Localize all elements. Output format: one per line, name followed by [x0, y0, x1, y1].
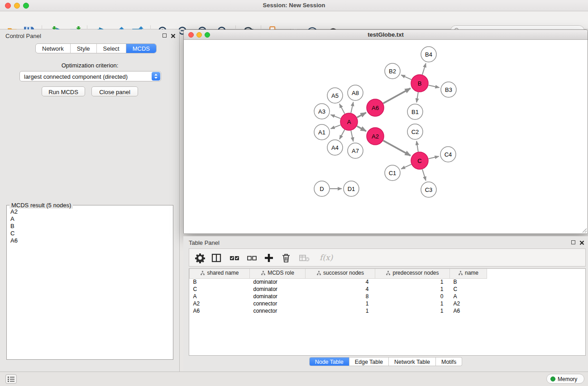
graph-node-B2[interactable]: B2 [385, 63, 400, 79]
memory-button[interactable]: Memory [546, 374, 584, 384]
graph-node-B3[interactable]: B3 [441, 82, 456, 97]
graph-edge-A2-C[interactable] [383, 141, 411, 156]
function-icon[interactable]: f(x) [320, 253, 333, 262]
graph-node-B4[interactable]: B4 [421, 47, 436, 62]
graph-edge-C-C4[interactable] [429, 157, 439, 159]
table-cell[interactable]: dominator [250, 293, 306, 300]
tab-mcds[interactable]: MCDS [126, 44, 156, 53]
add-icon[interactable] [263, 253, 274, 263]
graph-node-C4[interactable]: C4 [440, 147, 456, 162]
graph-node-A6[interactable]: A6 [367, 99, 384, 116]
columns-icon[interactable] [211, 253, 222, 263]
network-canvas[interactable]: B4B2BB3A5A8A6B1A3AC2A1A2A4A7CC4C1C3DD1 [184, 40, 588, 234]
optimization-dropdown[interactable]: largest connected component (directed) [19, 71, 161, 81]
table-cell[interactable]: 1 [306, 307, 375, 315]
task-list-button[interactable] [5, 374, 17, 384]
graph-node-A3[interactable]: A3 [314, 104, 330, 119]
graph-edge-A-A2[interactable] [357, 126, 366, 131]
table-row[interactable]: Bdominator41B [190, 278, 586, 286]
graph-edge-C-C2[interactable] [416, 141, 418, 152]
graph-edge-B-B1[interactable] [416, 92, 418, 103]
graph-node-A8[interactable]: A8 [348, 85, 363, 100]
table-cell[interactable]: connector [250, 300, 306, 307]
graph-node-A5[interactable]: A5 [327, 88, 343, 103]
graph-edge-A-A4[interactable] [339, 130, 344, 139]
tab-network[interactable]: Network [36, 44, 71, 53]
graph-edge-C-C3[interactable] [422, 169, 426, 181]
column-header[interactable]: name [450, 269, 487, 278]
table-row[interactable]: Adominator80A [190, 293, 586, 300]
table-cell[interactable]: B [450, 278, 487, 286]
graph-edge-A-A3[interactable] [331, 115, 341, 119]
result-item[interactable]: A6 [8, 237, 172, 244]
table-cell[interactable]: A6 [190, 307, 250, 315]
select-all-icon[interactable] [229, 253, 240, 263]
graph-edge-B-B3[interactable] [429, 85, 440, 87]
resize-grip[interactable] [581, 227, 587, 233]
table-cell[interactable]: 1 [375, 286, 450, 293]
table-cell[interactable]: A2 [190, 300, 250, 307]
graph-node-B1[interactable]: B1 [407, 104, 423, 119]
graph-node-C[interactable]: C [411, 152, 428, 169]
table-cell[interactable]: 1 [375, 307, 450, 315]
table-cell[interactable]: dominator [250, 286, 306, 293]
delete-table-icon[interactable] [299, 253, 310, 263]
graph-edge-B-B2[interactable] [401, 75, 411, 80]
graph-node-D[interactable]: D [314, 181, 330, 196]
tab-style[interactable]: Style [71, 44, 97, 53]
column-header[interactable]: successor nodes [306, 269, 375, 278]
tab-network-table[interactable]: Network Table [389, 357, 436, 366]
table-cell[interactable]: 4 [306, 278, 375, 286]
table-row[interactable]: A6connector11A6 [190, 307, 586, 315]
table-row[interactable]: Cdominator41C [190, 286, 586, 293]
table-cell[interactable]: 8 [306, 293, 375, 300]
graph-edge-A-A5[interactable] [339, 104, 345, 114]
float-panel-icon[interactable] [163, 33, 167, 38]
close-panel-icon[interactable] [171, 33, 176, 38]
table-cell[interactable]: 1 [306, 300, 375, 307]
table-cell[interactable]: A [190, 293, 250, 300]
table-cell[interactable]: connector [250, 307, 306, 315]
graph-node-D1[interactable]: D1 [344, 181, 359, 196]
run-mcds-button[interactable]: Run MCDS [42, 86, 85, 96]
column-header[interactable]: MCDS role [250, 269, 306, 278]
column-header[interactable]: predecessor nodes [375, 269, 450, 278]
tab-node-table[interactable]: Node Table [309, 357, 349, 366]
result-item[interactable]: A2 [8, 208, 172, 215]
table-cell[interactable]: 0 [375, 293, 450, 300]
graph-node-A4[interactable]: A4 [327, 140, 343, 155]
graph-node-C2[interactable]: C2 [407, 124, 423, 139]
table-cell[interactable]: A6 [450, 307, 487, 315]
graph-node-A[interactable]: A [340, 113, 358, 130]
graph-edge-A6-B[interactable] [383, 88, 411, 103]
graph-edge-A-A6[interactable] [357, 113, 366, 118]
table-cell[interactable]: B [190, 278, 250, 286]
trash-icon[interactable] [281, 253, 292, 263]
unselect-all-icon[interactable] [246, 253, 257, 263]
column-header[interactable]: shared name [190, 269, 250, 278]
float-table-panel-icon[interactable] [571, 240, 575, 244]
table-cell[interactable]: dominator [250, 278, 306, 286]
table-cell[interactable]: C [450, 286, 487, 293]
graph-node-A1[interactable]: A1 [314, 124, 330, 140]
graph-node-A7[interactable]: A7 [348, 143, 363, 158]
graph-edge-C-C1[interactable] [401, 164, 411, 169]
table-cell[interactable]: A2 [450, 300, 487, 307]
graph-node-C3[interactable]: C3 [421, 182, 436, 197]
result-item[interactable]: B [8, 223, 172, 230]
graph-node-A2[interactable]: A2 [367, 128, 384, 145]
table-row[interactable]: A2connector11A2 [190, 300, 586, 307]
close-panel-button[interactable]: Close panel [91, 86, 138, 96]
table-cell[interactable]: C [190, 286, 250, 293]
graph-node-C1[interactable]: C1 [385, 165, 400, 181]
close-table-panel-icon[interactable] [579, 240, 584, 245]
table-cell[interactable]: 4 [306, 286, 375, 293]
graph-node-B[interactable]: B [411, 75, 428, 92]
tab-edge-table[interactable]: Edge Table [349, 357, 389, 366]
graph-edge-A-A1[interactable] [331, 125, 341, 129]
graph-edge-A-A8[interactable] [351, 102, 353, 113]
gear-icon[interactable] [195, 253, 206, 263]
result-item[interactable]: A [8, 215, 172, 223]
graph-edge-B-B4[interactable] [422, 63, 426, 75]
tab-motifs[interactable]: Motifs [436, 357, 462, 366]
